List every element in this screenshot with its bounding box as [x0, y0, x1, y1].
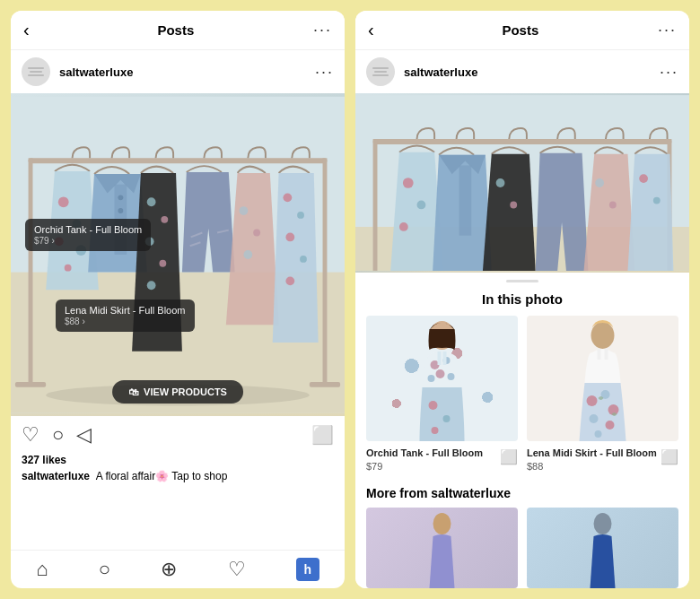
nav-add-icon[interactable]: ⊕ [161, 558, 177, 581]
tag1-name: Orchid Tank - Full Bloom [34, 224, 142, 235]
svg-point-11 [65, 265, 72, 272]
right-phone: ‹ Posts ··· saltwaterluxe ··· [355, 11, 689, 588]
svg-point-25 [285, 233, 294, 242]
nav-search-icon[interactable]: ○ [99, 558, 110, 581]
left-phone: ‹ Posts ··· saltwaterluxe ··· [11, 11, 345, 588]
right-rack-svg [355, 93, 689, 273]
product-tag-2[interactable]: Lena Midi Skirt - Full Bloom $88 › [56, 300, 195, 332]
svg-point-21 [253, 230, 260, 237]
shopping-bag-icon: 🛍 [128, 386, 138, 397]
svg-point-62 [606, 421, 615, 430]
left-action-bar: ♡ ○ ◁ ⬜ [11, 416, 345, 454]
clothing-rack-svg [11, 93, 345, 416]
svg-point-42 [639, 174, 648, 183]
svg-rect-56 [598, 349, 601, 360]
caption-text: A floral affair🌸 Tap to shop [96, 470, 228, 482]
svg-rect-57 [605, 349, 608, 360]
post-caption: saltwaterluxe A floral affair🌸 Tap to sh… [11, 470, 345, 488]
tag2-price: $88 › [65, 317, 85, 326]
svg-point-23 [283, 193, 292, 202]
svg-point-36 [399, 222, 408, 231]
view-products-label: VIEW PRODUCTS [144, 386, 227, 397]
right-more-button[interactable]: ··· [658, 21, 677, 39]
svg-point-39 [510, 202, 517, 209]
left-post-header: saltwaterluxe ··· [11, 50, 345, 93]
svg-point-27 [285, 276, 294, 285]
left-more-button[interactable]: ··· [313, 21, 332, 39]
svg-point-15 [147, 197, 156, 206]
svg-point-41 [609, 202, 617, 209]
svg-rect-53 [438, 352, 442, 365]
svg-point-63 [595, 430, 602, 438]
products-grid: Orchid Tank - Full Bloom $79 ⬜ [355, 316, 689, 482]
svg-point-19 [147, 281, 156, 290]
product-2-bookmark[interactable]: ⬜ [661, 448, 678, 465]
left-username[interactable]: saltwaterluxe [59, 65, 315, 79]
svg-rect-4 [323, 158, 328, 386]
svg-point-52 [432, 427, 439, 434]
svg-rect-32 [373, 139, 378, 271]
product-1-name: Orchid Tank - Full Bloom [366, 447, 496, 459]
more-product-2[interactable] [527, 508, 678, 588]
right-post-more[interactable]: ··· [660, 63, 678, 82]
left-post-image: Orchid Tank - Full Bloom $79 › Lena Midi… [11, 93, 345, 416]
more-from-title: More from saltwaterluxe [355, 482, 689, 508]
svg-point-20 [240, 206, 249, 215]
svg-point-35 [417, 201, 426, 210]
right-back-button[interactable]: ‹ [368, 20, 374, 40]
nav-heart-icon[interactable]: ♡ [228, 558, 246, 581]
svg-point-7 [58, 196, 69, 207]
svg-point-34 [403, 178, 414, 188]
share-button[interactable]: ◁ [76, 423, 92, 447]
svg-point-50 [429, 401, 438, 410]
product-1-text: Orchid Tank - Full Bloom $79 [366, 447, 496, 472]
svg-rect-37 [459, 165, 472, 235]
svg-point-49 [428, 375, 435, 382]
view-products-button[interactable]: 🛍 VIEW PRODUCTS [112, 380, 243, 404]
caption-username[interactable]: saltwaterluxe [22, 470, 90, 482]
tag2-name: Lena Midi Skirt - Full Bloom [65, 305, 186, 316]
comment-button[interactable]: ○ [52, 423, 64, 447]
svg-point-47 [436, 369, 445, 378]
right-avatar [366, 57, 395, 86]
svg-point-43 [653, 197, 661, 204]
svg-rect-31 [373, 139, 672, 144]
more-product-1[interactable] [366, 508, 518, 588]
product-card-1: Orchid Tank - Full Bloom $79 ⬜ [366, 316, 518, 472]
product-person-svg-2 [527, 316, 678, 441]
svg-point-16 [161, 216, 168, 223]
likes-count: 327 likes [11, 454, 345, 470]
svg-point-13 [118, 195, 123, 200]
heart-button[interactable]: ♡ [22, 423, 39, 447]
bookmark-button[interactable]: ⬜ [311, 424, 334, 446]
right-clothing-rack [355, 93, 689, 273]
left-post-more[interactable]: ··· [315, 63, 334, 82]
left-header-title: Posts [39, 22, 313, 38]
left-avatar [22, 57, 50, 86]
product-1-price: $79 [366, 461, 496, 472]
product-2-info: Lena Midi Skirt - Full Bloom $88 ⬜ [527, 447, 678, 472]
svg-point-61 [590, 414, 599, 423]
product-1-info: Orchid Tank - Full Bloom $79 ⬜ [366, 447, 518, 472]
nav-profile-icon[interactable]: h [296, 558, 319, 581]
nav-home-icon[interactable]: ⌂ [36, 558, 48, 581]
drag-handle[interactable] [506, 280, 538, 282]
right-header: ‹ Posts ··· [355, 11, 689, 50]
right-header-title: Posts [383, 22, 658, 38]
product-image-2[interactable] [527, 316, 678, 441]
right-post-image [355, 93, 689, 273]
product-2-text: Lena Midi Skirt - Full Bloom $88 [527, 447, 657, 472]
svg-point-65 [594, 513, 612, 534]
product-2-price: $88 [527, 461, 657, 472]
left-header: ‹ Posts ··· [11, 11, 345, 50]
right-username[interactable]: saltwaterluxe [404, 65, 660, 79]
product-1-bookmark[interactable]: ⬜ [500, 448, 518, 465]
svg-point-58 [587, 395, 598, 406]
svg-rect-3 [29, 158, 33, 386]
product-2-name: Lena Midi Skirt - Full Bloom [527, 447, 657, 459]
product-image-1[interactable] [366, 316, 518, 441]
left-back-button[interactable]: ‹ [23, 20, 30, 40]
svg-point-24 [297, 212, 304, 219]
svg-point-48 [448, 373, 455, 380]
product-tag-1[interactable]: Orchid Tank - Full Bloom $79 › [25, 219, 151, 251]
